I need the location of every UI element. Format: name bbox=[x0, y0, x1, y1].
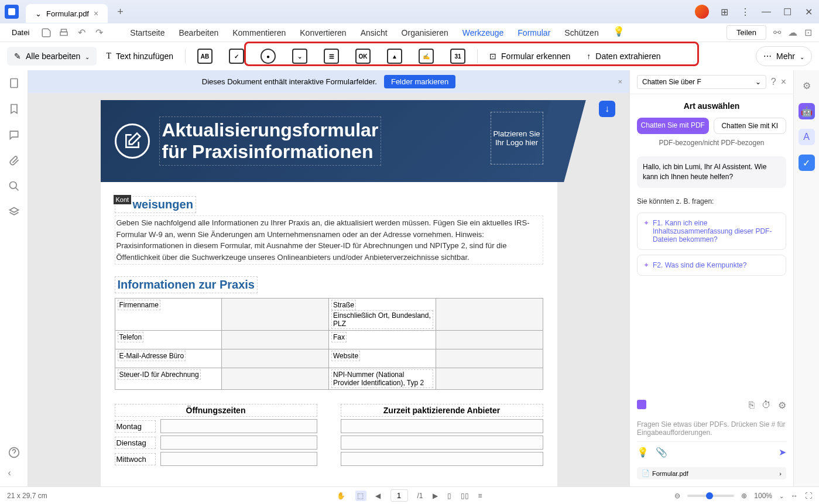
menu-dots-icon[interactable]: ⋮ bbox=[739, 6, 751, 18]
tab-organisieren[interactable]: Organisieren bbox=[402, 26, 448, 40]
input-website[interactable] bbox=[436, 349, 543, 368]
suggestion-1[interactable]: F1. Kann ich eine Inhaltszusammenfassung… bbox=[637, 212, 786, 250]
attach-icon[interactable]: 📎 bbox=[656, 447, 667, 458]
layers-icon[interactable] bbox=[8, 206, 20, 218]
view-double-icon[interactable]: ▯▯ bbox=[461, 492, 469, 500]
new-tab-button[interactable]: + bbox=[112, 6, 128, 18]
bookmarks-icon[interactable] bbox=[8, 103, 20, 115]
send-icon[interactable]: ➤ bbox=[779, 447, 786, 458]
input-street[interactable] bbox=[436, 299, 543, 331]
history-icon[interactable]: ⏱ bbox=[762, 400, 771, 411]
zoom-slider[interactable] bbox=[687, 495, 734, 497]
info-close-icon[interactable]: × bbox=[618, 77, 622, 86]
date-tool[interactable]: 31 bbox=[443, 44, 472, 68]
file-menu[interactable]: Datei bbox=[7, 26, 34, 39]
print-icon[interactable] bbox=[59, 28, 69, 38]
chat-scope-dropdown[interactable]: Chatten Sie über F⌄ bbox=[637, 75, 766, 89]
checkbox-tool[interactable]: ✓ bbox=[222, 44, 251, 68]
suggestion-2[interactable]: F2. Was sind die Kernpunkte? bbox=[637, 255, 786, 276]
input-phone[interactable] bbox=[222, 331, 329, 349]
zoom-out-icon[interactable]: ⊖ bbox=[674, 492, 680, 500]
tab-close-icon[interactable]: × bbox=[94, 9, 98, 18]
tab-ansicht[interactable]: Ansicht bbox=[361, 26, 388, 40]
document-tab[interactable]: ⌄ Formular.pdf × bbox=[26, 4, 108, 23]
check-icon[interactable]: ✓ bbox=[799, 155, 815, 171]
minimize-icon[interactable]: — bbox=[760, 6, 772, 18]
help-icon[interactable] bbox=[8, 447, 20, 458]
next-page-icon[interactable]: ▶ bbox=[433, 492, 438, 500]
user-avatar[interactable] bbox=[695, 5, 709, 19]
input-provider-1[interactable] bbox=[341, 419, 543, 433]
attached-file-tag[interactable]: 📄 Formular.pdf › bbox=[637, 467, 786, 479]
page-number-input[interactable] bbox=[390, 489, 407, 502]
input-fax[interactable] bbox=[436, 331, 543, 349]
maximize-icon[interactable]: ☐ bbox=[782, 6, 793, 18]
tab-schuetzen[interactable]: Schützen bbox=[564, 26, 598, 40]
lightbulb-icon[interactable]: 💡 bbox=[637, 447, 649, 458]
textfield-tool[interactable]: AB bbox=[190, 44, 220, 68]
input-monday[interactable] bbox=[160, 419, 317, 433]
hand-tool-icon[interactable]: ✋ bbox=[337, 492, 345, 500]
search-icon[interactable] bbox=[8, 180, 20, 192]
tab-formular[interactable]: Formular bbox=[518, 26, 550, 40]
input-wednesday[interactable] bbox=[160, 452, 317, 466]
sliders-icon[interactable]: ⚙ bbox=[799, 77, 815, 94]
radio-tool[interactable]: ● bbox=[253, 44, 283, 68]
image-tool[interactable]: ▲ bbox=[380, 44, 409, 68]
tab-konvertieren[interactable]: Konvertieren bbox=[300, 26, 346, 40]
copy-icon[interactable]: ⎘ bbox=[749, 400, 755, 411]
input-provider-2[interactable] bbox=[341, 436, 543, 450]
app-logo-icon[interactable] bbox=[5, 5, 19, 19]
input-tuesday[interactable] bbox=[160, 436, 317, 450]
chat-input[interactable]: Fragen Sie etwas über PDFs. Drücken Sie … bbox=[637, 416, 786, 441]
lightbulb-icon[interactable]: 💡 bbox=[613, 26, 625, 40]
chat-with-pdf-tab[interactable]: Chatten Sie mit PDF bbox=[637, 118, 709, 134]
input-npi[interactable] bbox=[436, 368, 543, 390]
close-icon[interactable]: ✕ bbox=[803, 6, 814, 18]
tab-startseite[interactable]: Startseite bbox=[130, 26, 165, 40]
view-continuous-icon[interactable]: ≡ bbox=[478, 492, 482, 500]
logo-placeholder[interactable]: Platzieren Sie Ihr Logo hier bbox=[491, 112, 543, 164]
input-provider-3[interactable] bbox=[341, 452, 543, 466]
panel-close-icon[interactable]: × bbox=[781, 77, 786, 87]
tab-kommentieren[interactable]: Kommentieren bbox=[232, 26, 286, 40]
help-icon[interactable]: ? bbox=[771, 77, 776, 87]
input-email[interactable] bbox=[222, 349, 329, 368]
view-single-icon[interactable]: ▯ bbox=[447, 492, 451, 500]
input-taxid[interactable] bbox=[222, 368, 329, 390]
dropdown-tool[interactable]: ⌄ bbox=[285, 44, 314, 68]
recognize-form-button[interactable]: ⊡ Formular erkennen bbox=[482, 47, 577, 66]
expand-icon[interactable]: ⊡ bbox=[804, 27, 812, 38]
save-icon[interactable] bbox=[41, 28, 52, 38]
more-button[interactable]: ⋯ Mehr bbox=[756, 46, 812, 66]
prev-page-icon[interactable]: ◀ bbox=[375, 492, 381, 500]
comments-icon[interactable] bbox=[8, 129, 20, 140]
select-tool-icon[interactable]: ⬚ bbox=[355, 491, 366, 501]
collapse-icon[interactable]: ‹ bbox=[8, 468, 20, 479]
input-company[interactable] bbox=[222, 299, 329, 331]
collaborate-icon[interactable]: ⚯ bbox=[773, 27, 781, 38]
footer-icon-1[interactable] bbox=[637, 400, 646, 409]
signature-tool[interactable]: ✍ bbox=[412, 44, 441, 68]
settings-icon[interactable]: ⚙ bbox=[778, 400, 786, 411]
zoom-in-icon[interactable]: ⊕ bbox=[741, 492, 747, 500]
zoom-dropdown-icon[interactable] bbox=[779, 492, 784, 500]
edit-all-button[interactable]: ✎ Alle bearbeiten bbox=[7, 47, 97, 66]
tab-bearbeiten[interactable]: Bearbeiten bbox=[179, 26, 219, 40]
mark-fields-button[interactable]: Felder markieren bbox=[384, 75, 455, 88]
download-button[interactable]: ↓ bbox=[599, 101, 615, 117]
add-text-button[interactable]: T Text hinzufügen bbox=[99, 47, 180, 66]
panel-toggle-icon[interactable]: ⊞ bbox=[718, 6, 730, 18]
share-button[interactable]: Teilen bbox=[727, 25, 766, 40]
ai-robot-icon[interactable]: 🤖 bbox=[799, 103, 815, 119]
tab-werkzeuge[interactable]: Werkzeuge bbox=[462, 26, 504, 40]
thumbnails-icon[interactable] bbox=[8, 77, 20, 89]
redo-icon[interactable]: ↷ bbox=[94, 28, 104, 38]
translate-icon[interactable]: A bbox=[799, 129, 815, 145]
chat-with-ai-tab[interactable]: Chatten Sie mit KI bbox=[714, 118, 787, 134]
extract-data-button[interactable]: ↑ Daten extrahieren bbox=[580, 47, 667, 66]
fit-width-icon[interactable]: ↔ bbox=[791, 492, 798, 500]
listbox-tool[interactable]: ☰ bbox=[317, 44, 346, 68]
fullscreen-icon[interactable]: ⛶ bbox=[805, 492, 812, 500]
cloud-icon[interactable]: ☁ bbox=[788, 27, 797, 38]
